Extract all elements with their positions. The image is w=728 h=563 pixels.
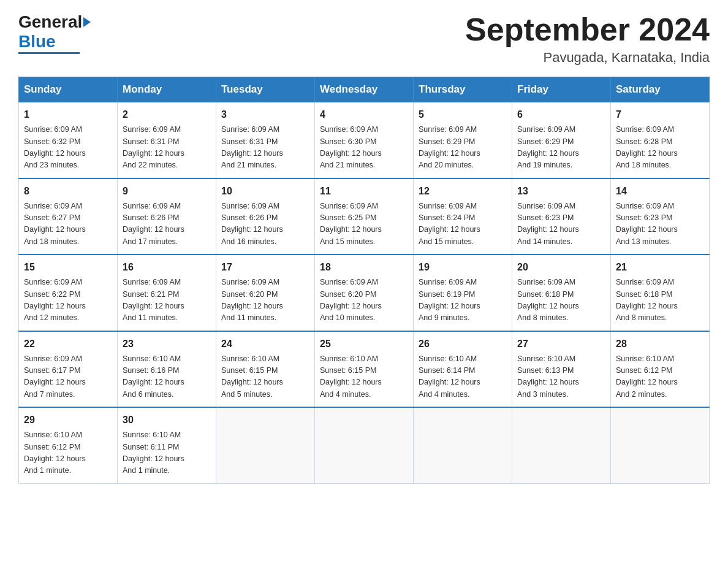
calendar-week-row: 15Sunrise: 6:09 AMSunset: 6:22 PMDayligh… <box>19 255 710 331</box>
logo-general-text: General <box>18 12 82 32</box>
day-number: 13 <box>517 184 605 199</box>
calendar-cell: 6Sunrise: 6:09 AMSunset: 6:29 PMDaylight… <box>512 102 611 178</box>
day-info: Sunrise: 6:10 AMSunset: 6:12 PMDaylight:… <box>616 353 704 401</box>
calendar-cell: 21Sunrise: 6:09 AMSunset: 6:18 PMDayligh… <box>611 255 710 331</box>
weekday-header-monday: Monday <box>118 77 216 102</box>
calendar-cell: 15Sunrise: 6:09 AMSunset: 6:22 PMDayligh… <box>19 255 118 331</box>
day-number: 27 <box>517 337 605 351</box>
weekday-header-wednesday: Wednesday <box>315 77 414 102</box>
day-info: Sunrise: 6:09 AMSunset: 6:27 PMDaylight:… <box>24 201 112 248</box>
day-number: 12 <box>419 184 507 199</box>
calendar-cell: 24Sunrise: 6:10 AMSunset: 6:15 PMDayligh… <box>216 331 315 408</box>
calendar-cell <box>611 407 710 483</box>
calendar-cell: 22Sunrise: 6:09 AMSunset: 6:17 PMDayligh… <box>19 331 118 408</box>
day-info: Sunrise: 6:09 AMSunset: 6:28 PMDaylight:… <box>616 124 704 172</box>
logo: General Blue <box>18 12 91 54</box>
day-info: Sunrise: 6:10 AMSunset: 6:13 PMDaylight:… <box>517 353 605 401</box>
calendar-subtitle: Pavugada, Karnataka, India <box>465 50 710 66</box>
calendar-title: September 2024 <box>465 12 710 47</box>
calendar-table: SundayMondayTuesdayWednesdayThursdayFrid… <box>18 77 710 484</box>
day-number: 9 <box>123 184 211 199</box>
day-info: Sunrise: 6:09 AMSunset: 6:29 PMDaylight:… <box>419 124 507 172</box>
day-number: 20 <box>517 260 605 275</box>
logo-flag-icon <box>83 17 91 27</box>
calendar-cell: 3Sunrise: 6:09 AMSunset: 6:31 PMDaylight… <box>216 102 315 178</box>
day-number: 24 <box>221 337 309 351</box>
weekday-header-sunday: Sunday <box>19 77 118 102</box>
day-number: 28 <box>616 337 704 351</box>
day-info: Sunrise: 6:10 AMSunset: 6:14 PMDaylight:… <box>419 353 507 401</box>
day-info: Sunrise: 6:09 AMSunset: 6:31 PMDaylight:… <box>221 124 309 172</box>
day-info: Sunrise: 6:09 AMSunset: 6:24 PMDaylight:… <box>419 201 507 248</box>
day-info: Sunrise: 6:09 AMSunset: 6:20 PMDaylight:… <box>221 277 309 324</box>
day-info: Sunrise: 6:09 AMSunset: 6:21 PMDaylight:… <box>123 277 211 324</box>
calendar-cell <box>216 407 315 483</box>
day-info: Sunrise: 6:10 AMSunset: 6:15 PMDaylight:… <box>221 353 309 401</box>
day-info: Sunrise: 6:10 AMSunset: 6:12 PMDaylight:… <box>24 429 112 477</box>
day-number: 18 <box>320 260 408 275</box>
header-right: September 2024 Pavugada, Karnataka, Indi… <box>465 12 710 66</box>
calendar-cell: 14Sunrise: 6:09 AMSunset: 6:23 PMDayligh… <box>611 178 710 255</box>
day-info: Sunrise: 6:09 AMSunset: 6:17 PMDaylight:… <box>24 353 112 401</box>
day-number: 21 <box>616 260 704 275</box>
calendar-cell: 28Sunrise: 6:10 AMSunset: 6:12 PMDayligh… <box>611 331 710 408</box>
calendar-cell: 13Sunrise: 6:09 AMSunset: 6:23 PMDayligh… <box>512 178 611 255</box>
day-info: Sunrise: 6:09 AMSunset: 6:23 PMDaylight:… <box>616 201 704 248</box>
day-number: 1 <box>24 107 112 122</box>
calendar-cell: 20Sunrise: 6:09 AMSunset: 6:18 PMDayligh… <box>512 255 611 331</box>
day-info: Sunrise: 6:09 AMSunset: 6:18 PMDaylight:… <box>517 277 605 324</box>
day-number: 3 <box>221 107 309 122</box>
calendar-cell: 26Sunrise: 6:10 AMSunset: 6:14 PMDayligh… <box>414 331 512 408</box>
day-number: 6 <box>517 107 605 122</box>
day-number: 22 <box>24 337 112 351</box>
calendar-cell: 1Sunrise: 6:09 AMSunset: 6:32 PMDaylight… <box>19 102 118 178</box>
calendar-cell: 2Sunrise: 6:09 AMSunset: 6:31 PMDaylight… <box>118 102 216 178</box>
calendar-week-row: 29Sunrise: 6:10 AMSunset: 6:12 PMDayligh… <box>19 407 710 483</box>
day-info: Sunrise: 6:09 AMSunset: 6:22 PMDaylight:… <box>24 277 112 324</box>
weekday-header-tuesday: Tuesday <box>216 77 315 102</box>
page-header: General Blue September 2024 Pavugada, Ka… <box>18 12 710 66</box>
calendar-cell: 7Sunrise: 6:09 AMSunset: 6:28 PMDaylight… <box>611 102 710 178</box>
weekday-header-friday: Friday <box>512 77 611 102</box>
calendar-week-row: 22Sunrise: 6:09 AMSunset: 6:17 PMDayligh… <box>19 331 710 408</box>
calendar-header-row: SundayMondayTuesdayWednesdayThursdayFrid… <box>19 77 710 102</box>
logo-blue-text: Blue <box>18 32 56 52</box>
calendar-cell: 18Sunrise: 6:09 AMSunset: 6:20 PMDayligh… <box>315 255 414 331</box>
logo-underline <box>18 52 80 54</box>
calendar-cell: 10Sunrise: 6:09 AMSunset: 6:26 PMDayligh… <box>216 178 315 255</box>
day-info: Sunrise: 6:09 AMSunset: 6:18 PMDaylight:… <box>616 277 704 324</box>
weekday-header-saturday: Saturday <box>611 77 710 102</box>
calendar-cell: 12Sunrise: 6:09 AMSunset: 6:24 PMDayligh… <box>414 178 512 255</box>
calendar-week-row: 8Sunrise: 6:09 AMSunset: 6:27 PMDaylight… <box>19 178 710 255</box>
day-info: Sunrise: 6:09 AMSunset: 6:30 PMDaylight:… <box>320 124 408 172</box>
calendar-cell: 17Sunrise: 6:09 AMSunset: 6:20 PMDayligh… <box>216 255 315 331</box>
day-number: 8 <box>24 184 112 199</box>
calendar-cell: 19Sunrise: 6:09 AMSunset: 6:19 PMDayligh… <box>414 255 512 331</box>
day-number: 11 <box>320 184 408 199</box>
calendar-cell <box>414 407 512 483</box>
day-number: 26 <box>419 337 507 351</box>
calendar-week-row: 1Sunrise: 6:09 AMSunset: 6:32 PMDaylight… <box>19 102 710 178</box>
day-info: Sunrise: 6:09 AMSunset: 6:20 PMDaylight:… <box>320 277 408 324</box>
day-number: 7 <box>616 107 704 122</box>
day-info: Sunrise: 6:09 AMSunset: 6:19 PMDaylight:… <box>419 277 507 324</box>
day-info: Sunrise: 6:10 AMSunset: 6:16 PMDaylight:… <box>123 353 211 401</box>
calendar-cell: 30Sunrise: 6:10 AMSunset: 6:11 PMDayligh… <box>118 407 216 483</box>
day-info: Sunrise: 6:09 AMSunset: 6:23 PMDaylight:… <box>517 201 605 248</box>
calendar-cell: 9Sunrise: 6:09 AMSunset: 6:26 PMDaylight… <box>118 178 216 255</box>
day-number: 14 <box>616 184 704 199</box>
day-number: 2 <box>123 107 211 122</box>
day-info: Sunrise: 6:09 AMSunset: 6:26 PMDaylight:… <box>221 201 309 248</box>
calendar-cell: 11Sunrise: 6:09 AMSunset: 6:25 PMDayligh… <box>315 178 414 255</box>
day-number: 25 <box>320 337 408 351</box>
calendar-cell <box>315 407 414 483</box>
calendar-cell: 29Sunrise: 6:10 AMSunset: 6:12 PMDayligh… <box>19 407 118 483</box>
day-info: Sunrise: 6:09 AMSunset: 6:31 PMDaylight:… <box>123 124 211 172</box>
calendar-cell: 25Sunrise: 6:10 AMSunset: 6:15 PMDayligh… <box>315 331 414 408</box>
calendar-cell <box>512 407 611 483</box>
day-number: 30 <box>123 413 211 427</box>
day-number: 15 <box>24 260 112 275</box>
day-number: 19 <box>419 260 507 275</box>
calendar-cell: 5Sunrise: 6:09 AMSunset: 6:29 PMDaylight… <box>414 102 512 178</box>
calendar-cell: 8Sunrise: 6:09 AMSunset: 6:27 PMDaylight… <box>19 178 118 255</box>
